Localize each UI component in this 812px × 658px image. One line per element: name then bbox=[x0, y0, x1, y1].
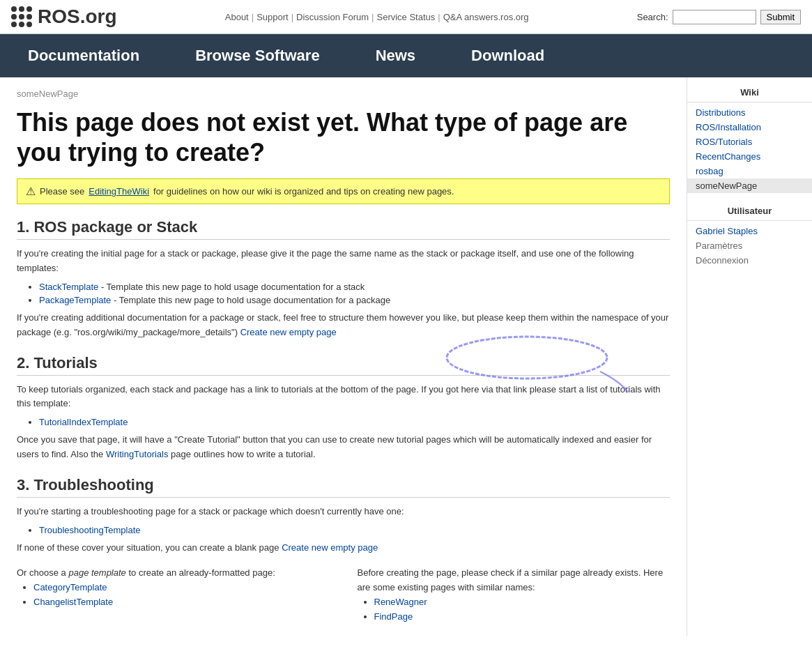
bottom-left-column: Or choose a page template to create an a… bbox=[17, 566, 330, 624]
changelist-template-link[interactable]: ChangelistTemplate bbox=[33, 597, 113, 607]
find-page-link[interactable]: FindPage bbox=[374, 611, 413, 622]
bottom-right-intro: Before creating the page, please check i… bbox=[358, 566, 671, 595]
sidebar-item-some-new-page[interactable]: someNewPage bbox=[687, 178, 812, 193]
writing-tutorials-link[interactable]: WritingTutorials bbox=[106, 449, 169, 459]
nav-support[interactable]: Support bbox=[256, 12, 289, 22]
sidebar-item-ros-tutorials[interactable]: ROS/Tutorials bbox=[687, 135, 812, 149]
site-logo[interactable]: ROS.org bbox=[38, 6, 117, 28]
sidebar-item-distributions[interactable]: Distributions bbox=[687, 105, 812, 120]
sidebar-deconnexion: Déconnexion bbox=[687, 253, 812, 268]
warning-icon: ⚠ bbox=[26, 185, 36, 198]
bottom-right-column: Before creating the page, please check i… bbox=[358, 566, 671, 624]
sidebar-user-name[interactable]: Gabriel Staples bbox=[687, 224, 812, 238]
breadcrumb: someNewPage bbox=[17, 89, 670, 99]
sidebar-item-ros-installation[interactable]: ROS/Installation bbox=[687, 120, 812, 135]
list-item: TutorialIndexTemplate bbox=[39, 417, 670, 427]
main-navigation: Documentation Browse Software News Downl… bbox=[0, 34, 812, 77]
section-1-links: StackTemplate - Template this new page t… bbox=[39, 282, 670, 305]
logo-area: ROS.org bbox=[11, 6, 117, 28]
list-item: ChangelistTemplate bbox=[33, 595, 330, 610]
editing-wiki-link[interactable]: EditingTheWiki bbox=[89, 186, 149, 197]
search-area: Search: Submit bbox=[637, 10, 801, 24]
section-heading-3: 3. Troubleshooting bbox=[17, 476, 670, 498]
top-navigation: About | Support | Discussion Forum | Ser… bbox=[117, 12, 637, 22]
section-3-body2: If none of these cover your situation, y… bbox=[17, 541, 670, 556]
bottom-intro-text: Or choose a page template to create an a… bbox=[17, 566, 330, 581]
nav-discussion-forum[interactable]: Discussion Forum bbox=[296, 12, 369, 22]
nav-qa[interactable]: Q&A answers.ros.org bbox=[443, 12, 529, 22]
section-heading-2: 2. Tutorials bbox=[17, 354, 670, 376]
create-empty-page-link-1[interactable]: Create new empty page bbox=[240, 327, 337, 337]
sidebar-wiki-section: Wiki Distributions ROS/Installation ROS/… bbox=[687, 83, 812, 193]
nav-news[interactable]: News bbox=[348, 34, 443, 77]
list-item: PackageTemplate - Template this new page… bbox=[39, 295, 670, 305]
rene-wagner-link[interactable]: ReneWagner bbox=[374, 597, 427, 607]
bottom-right-links: ReneWagner FindPage bbox=[374, 595, 671, 625]
warning-text-after: for guidelines on how our wiki is organi… bbox=[153, 186, 454, 197]
list-item: StackTemplate - Template this new page t… bbox=[39, 282, 670, 292]
category-template-link[interactable]: CategoryTemplate bbox=[33, 582, 107, 592]
sidebar-parametres: Paramètres bbox=[687, 238, 812, 253]
search-label: Search: bbox=[637, 12, 668, 22]
sidebar-user-section: Utilisateur Gabriel Staples Paramètres D… bbox=[687, 201, 812, 268]
section-1-body2: If you're creating additional documentat… bbox=[17, 311, 670, 340]
section-1-body1: If you're creating the initial page for … bbox=[17, 247, 670, 276]
sidebar-user-title: Utilisateur bbox=[687, 201, 812, 221]
nav-about[interactable]: About bbox=[225, 12, 249, 22]
bottom-section: Or choose a page template to create an a… bbox=[17, 566, 670, 624]
section-2-links: TutorialIndexTemplate bbox=[39, 417, 670, 427]
section-2-body2: Once you save that page, it will have a … bbox=[17, 433, 670, 462]
list-item: TroubleshootingTemplate bbox=[39, 525, 670, 535]
sidebar: Wiki Distributions ROS/Installation ROS/… bbox=[687, 77, 812, 636]
page-title: This page does not exist yet. What type … bbox=[17, 107, 670, 167]
stack-template-link[interactable]: StackTemplate bbox=[39, 282, 98, 292]
list-item: ReneWagner bbox=[374, 595, 671, 610]
nav-browse-software[interactable]: Browse Software bbox=[167, 34, 348, 77]
logo-dots-icon bbox=[11, 6, 32, 27]
troubleshooting-template-link[interactable]: TroubleshootingTemplate bbox=[39, 525, 141, 535]
section-tutorials: 2. Tutorials To keep tutorials organized… bbox=[17, 354, 670, 462]
warning-text-before: Please see bbox=[40, 186, 84, 197]
nav-service-status[interactable]: Service Status bbox=[376, 12, 435, 22]
warning-box: ⚠ Please see EditingTheWiki for guidelin… bbox=[17, 178, 670, 204]
list-item: CategoryTemplate bbox=[33, 581, 330, 595]
section-3-links: TroubleshootingTemplate bbox=[39, 525, 670, 535]
list-item-desc: - Template this new page to hold usage d… bbox=[114, 295, 390, 305]
sidebar-item-recent-changes[interactable]: RecentChanges bbox=[687, 149, 812, 164]
list-item-desc: - Template this new page to hold usage d… bbox=[101, 282, 365, 292]
search-button[interactable]: Submit bbox=[760, 10, 801, 24]
sidebar-wiki-title: Wiki bbox=[687, 83, 812, 102]
tutorial-index-template-link[interactable]: TutorialIndexTemplate bbox=[39, 417, 128, 427]
section-ros-package: 1. ROS package or Stack If you're creati… bbox=[17, 218, 670, 339]
section-heading-1: 1. ROS package or Stack bbox=[17, 218, 670, 240]
section-troubleshooting: 3. Troubleshooting If you're starting a … bbox=[17, 476, 670, 556]
section-2-body1: To keep tutorials organized, each stack … bbox=[17, 383, 670, 412]
nav-documentation[interactable]: Documentation bbox=[0, 34, 167, 77]
package-template-link[interactable]: PackageTemplate bbox=[39, 295, 111, 305]
search-input[interactable] bbox=[673, 10, 756, 24]
bottom-left-links: CategoryTemplate ChangelistTemplate bbox=[33, 581, 330, 610]
sidebar-item-rosbag[interactable]: rosbag bbox=[687, 164, 812, 178]
list-item: FindPage bbox=[374, 610, 671, 625]
create-empty-page-link-2[interactable]: Create new empty page bbox=[282, 542, 378, 553]
section-3-body1: If you're starting a troubleshooting pag… bbox=[17, 505, 670, 519]
nav-download[interactable]: Download bbox=[443, 34, 572, 77]
